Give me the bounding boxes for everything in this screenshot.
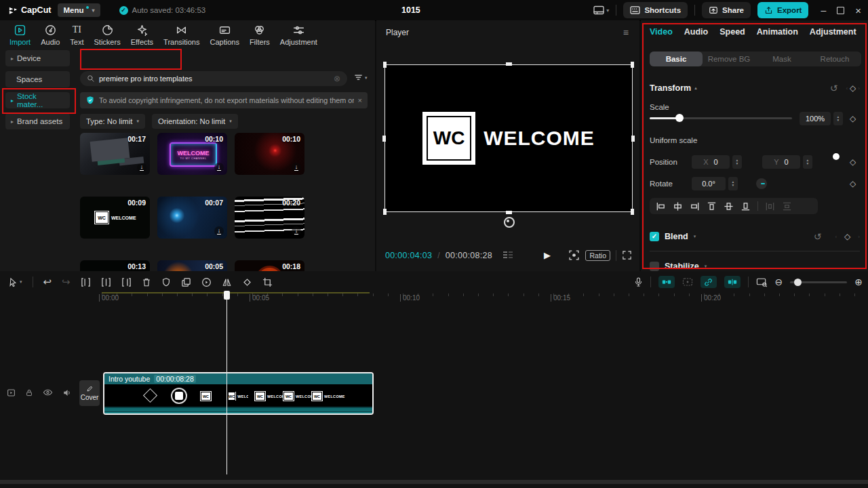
align-center-vertical-icon[interactable] [724, 201, 734, 211]
keyframe-diamond-icon[interactable]: ◇ [850, 114, 856, 123]
tab-effects[interactable]: Effects [131, 24, 153, 46]
download-icon[interactable]: ↓ [214, 163, 224, 172]
crop-icon[interactable] [262, 277, 273, 287]
next-keyframe-icon[interactable]: › [858, 234, 860, 240]
preview-axis-button[interactable] [682, 277, 693, 287]
props-tab-audio[interactable]: Audio [684, 27, 708, 37]
selection-handle[interactable] [382, 136, 386, 142]
prev-keyframe-icon[interactable]: ‹ [846, 85, 848, 92]
position-x-input[interactable]: X 0 [692, 155, 730, 169]
render-preview-icon[interactable] [756, 277, 768, 287]
tab-captions[interactable]: Captions [210, 24, 239, 46]
stock-video-thumbnail[interactable]: 00:17 ↓ [80, 133, 150, 175]
search-input[interactable]: premiere pro intro templates ⊗ [80, 71, 347, 86]
selection-handle[interactable] [383, 209, 387, 215]
subtab-mask[interactable]: Mask [755, 52, 808, 66]
tab-import[interactable]: Import [9, 24, 31, 46]
layout-switcher-button[interactable]: ▾ [593, 5, 609, 15]
auto-split-button[interactable] [724, 276, 741, 288]
undo-button[interactable]: ↩ [43, 276, 52, 288]
scale-value[interactable]: 100% [800, 112, 831, 125]
subtab-basic[interactable]: Basic [650, 52, 703, 66]
selection-handle[interactable] [506, 62, 512, 66]
stabilize-checkbox[interactable] [650, 262, 659, 271]
preview-canvas[interactable]: WC WELCOME [385, 65, 632, 211]
preview-focus-icon[interactable] [568, 249, 580, 261]
keyframe-diamond-icon[interactable]: ◇ [850, 83, 856, 93]
split-left-icon[interactable] [81, 277, 91, 287]
split-icon[interactable] [101, 277, 111, 287]
align-right-icon[interactable] [690, 201, 700, 211]
tab-transitions[interactable]: Transitions [163, 24, 199, 46]
tab-stickers[interactable]: Stickers [94, 24, 121, 46]
selection-handle[interactable] [631, 209, 634, 215]
duplicate-icon[interactable] [181, 277, 191, 287]
scale-slider-thumb[interactable] [675, 114, 684, 122]
menu-button[interactable]: Menu ▾ [58, 3, 100, 17]
position-y-input[interactable]: Y 0 [762, 155, 800, 169]
tab-text[interactable]: TI Text [70, 24, 83, 46]
selection-handle[interactable] [631, 62, 634, 68]
filter-button[interactable]: ▾ [353, 73, 368, 83]
minimize-button[interactable]: – [821, 5, 826, 16]
delete-icon[interactable] [142, 277, 151, 287]
sidebar-item-spaces[interactable]: Spaces [5, 71, 70, 87]
timeline-scrollbar[interactable] [0, 480, 868, 484]
selection-handle[interactable] [506, 211, 512, 214]
orientation-filter-dropdown[interactable]: Orientation: No limit ▾ [152, 114, 238, 129]
scale-stepper[interactable]: ▴▾ [833, 112, 843, 125]
prev-keyframe-icon[interactable]: ‹ [835, 234, 837, 240]
rotate-handle[interactable] [504, 217, 515, 228]
clear-search-icon[interactable]: ⊗ [334, 74, 340, 83]
sidebar-item-brand-assets[interactable]: ▸ Brand assets [5, 113, 70, 129]
stock-video-thumbnail[interactable]: WELCOME TO MY CHANNEL 00:10 ↓ [157, 133, 227, 175]
position-x-stepper[interactable]: ▴▾ [732, 155, 742, 169]
keyframe-diamond-icon[interactable]: ◇ [850, 157, 856, 167]
next-keyframe-icon[interactable]: › [858, 85, 860, 92]
subtab-remove-bg[interactable]: Remove BG [703, 52, 755, 66]
download-icon[interactable]: ↓ [292, 163, 301, 172]
shortcuts-button[interactable]: Shortcuts [623, 2, 688, 18]
close-button[interactable]: × [855, 5, 861, 16]
split-right-icon[interactable] [121, 277, 132, 287]
link-toggle-button[interactable] [701, 276, 717, 288]
rotate-stepper[interactable]: ▴▾ [728, 177, 738, 190]
tab-audio[interactable]: Audio [41, 24, 60, 46]
timeline-zoom-slider[interactable] [790, 281, 847, 283]
stock-video-thumbnail[interactable]: 00:10 ↓ [235, 133, 304, 175]
align-top-icon[interactable] [707, 201, 717, 211]
type-filter-dropdown[interactable]: Type: No limit ▾ [80, 114, 145, 129]
play-button[interactable]: ▶ [544, 250, 551, 260]
track-thumbnail-icon[interactable] [7, 388, 16, 397]
keyframe-diamond-icon[interactable]: ◇ [844, 232, 850, 241]
playhead-handle[interactable] [224, 291, 230, 300]
stock-video-thumbnail[interactable]: 00:05 ↓ [157, 260, 227, 271]
download-icon[interactable]: ↓ [292, 226, 301, 236]
stock-video-thumbnail[interactable]: 5 00:18 ↓ [235, 260, 304, 271]
restore-button[interactable] [837, 7, 844, 14]
selection-handle[interactable] [383, 62, 387, 68]
toggle-track-visibility-icon[interactable] [43, 388, 53, 396]
download-icon[interactable]: ↓ [137, 163, 146, 172]
zoom-slider-thumb[interactable] [794, 279, 802, 286]
record-voiceover-icon[interactable] [634, 277, 643, 287]
dismiss-notice-icon[interactable]: × [358, 96, 362, 104]
reset-transform-icon[interactable]: ↺ [830, 83, 838, 94]
align-bottom-icon[interactable] [741, 201, 751, 211]
fullscreen-icon[interactable] [622, 250, 632, 260]
zoom-out-icon[interactable]: ⊖ [775, 277, 783, 287]
props-tab-adjustment[interactable]: Adjustment [810, 27, 856, 37]
stock-video-thumbnail[interactable]: 00:20 ↓ [235, 197, 304, 239]
align-left-icon[interactable] [656, 201, 666, 211]
keyframe-diamond-icon[interactable]: ◇ [850, 179, 856, 188]
blend-checkbox[interactable]: ✓ [650, 232, 659, 241]
download-icon[interactable]: ↓ [214, 226, 224, 236]
stabilize-section-title[interactable]: Stabilize [665, 262, 699, 271]
scale-slider[interactable] [650, 117, 792, 119]
reset-blend-icon[interactable]: ↺ [814, 231, 822, 242]
lock-track-icon[interactable] [25, 388, 33, 397]
zoom-in-icon[interactable]: ⊕ [854, 277, 863, 287]
tab-adjustment[interactable]: Adjustment [280, 24, 317, 46]
props-tab-speed[interactable]: Speed [719, 27, 745, 37]
blend-section-title[interactable]: Blend [665, 232, 688, 241]
